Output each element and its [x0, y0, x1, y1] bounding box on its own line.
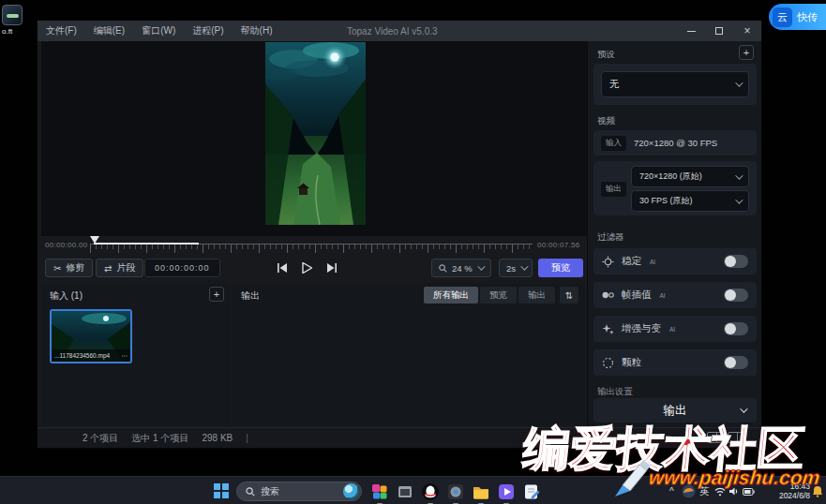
- taskbar-search[interactable]: 搜索: [236, 482, 362, 501]
- preset-header: 预设: [597, 49, 615, 61]
- add-input-button[interactable]: +: [209, 287, 224, 302]
- menu-edit[interactable]: 编辑(E): [85, 21, 133, 41]
- menu-window[interactable]: 窗口(W): [133, 21, 184, 41]
- filter-enhance-row[interactable]: 增强与变AI: [593, 316, 757, 342]
- input-thumbnail[interactable]: ...11784234560.mp4 ⋯: [50, 309, 132, 363]
- grain-icon: [602, 357, 614, 369]
- filter-frame-interpolation-row[interactable]: 帧插值AI: [593, 282, 757, 308]
- desktop-shortcut[interactable]: o.ft: [2, 5, 34, 36]
- clock-date: 2024/6/8: [758, 491, 810, 500]
- app-icon-colorful[interactable]: [369, 482, 390, 502]
- clip-icon: ⇄: [104, 263, 112, 274]
- quick-transfer-label: 快传: [797, 10, 818, 24]
- timeline-progress: [94, 243, 199, 245]
- desktop-shortcut-icon: [2, 5, 23, 25]
- timeline-start-time: 00:00:00.00: [45, 241, 88, 249]
- quick-transfer-widget[interactable]: 云 快传: [769, 4, 826, 30]
- cloud-logo-icon: 云: [773, 7, 792, 27]
- export-section-header: 输出设置: [597, 386, 633, 398]
- clip-button[interactable]: ⇄ 片段: [96, 259, 143, 277]
- zoom-level-dropdown[interactable]: 24 %: [431, 259, 491, 277]
- chevron-down-icon: [477, 262, 485, 270]
- preset-dropdown[interactable]: 无: [601, 71, 749, 97]
- search-icon: [246, 487, 255, 497]
- output-badge: 输出: [601, 182, 626, 197]
- frame-interpolation-toggle[interactable]: [724, 289, 748, 302]
- magnifier-icon: [439, 264, 447, 273]
- inputs-panel: 输入 (1) + ...11784234560.mp4 ⋯: [41, 283, 231, 425]
- menu-file[interactable]: 文件(F): [38, 21, 85, 41]
- editor-app-icon[interactable]: [521, 482, 542, 502]
- inputs-header: 输入 (1): [50, 289, 83, 303]
- video-frame-image: [265, 42, 366, 225]
- tab-previews[interactable]: 预览: [480, 287, 517, 304]
- stabilize-toggle[interactable]: [724, 255, 748, 268]
- chevron-down-icon: [740, 405, 747, 412]
- preview-duration-dropdown[interactable]: 2s: [499, 259, 533, 277]
- qq-icon[interactable]: [420, 482, 441, 502]
- maximize-icon[interactable]: [705, 21, 733, 41]
- preview-button[interactable]: 预览: [538, 259, 583, 277]
- video-input-info-row: 输入 720×1280 @ 30 FPS: [593, 130, 757, 156]
- filter-grain-row[interactable]: 颗粒: [593, 349, 757, 376]
- search-daily-image: [343, 483, 359, 499]
- add-preset-button[interactable]: +: [739, 45, 754, 60]
- filter-stabilize-row[interactable]: 稳定AI: [593, 248, 757, 274]
- outputs-filter-tabs: 所有输出 预览 输出: [424, 287, 555, 304]
- framerate-dropdown[interactable]: 30 FPS (原始): [631, 190, 749, 212]
- status-divider: |: [246, 433, 248, 443]
- more-icon[interactable]: ⋯: [122, 352, 128, 360]
- filters-header: 过滤器: [597, 231, 624, 244]
- video-output-card: 输出 720×1280 (原始) 30 FPS (原始): [593, 161, 757, 215]
- menu-help[interactable]: 帮助(H): [233, 21, 281, 41]
- titlebar: 文件(F) 编辑(E) 窗口(W) 进程(P) 帮助(H) Topaz Vide…: [38, 21, 761, 41]
- frame-interpolation-icon: [602, 289, 614, 302]
- input-badge: 输入: [601, 136, 626, 151]
- chevron-down-icon: [735, 171, 743, 179]
- input-info: 720×1280 @ 30 FPS: [634, 138, 717, 148]
- chevron-down-icon: [735, 196, 743, 203]
- video-preview-area: [41, 41, 587, 236]
- start-button[interactable]: [214, 483, 229, 498]
- chevron-down-icon: [520, 262, 528, 270]
- scissors-icon: ✂: [53, 263, 61, 274]
- selected-count: 选中 1 个项目: [131, 432, 188, 445]
- tab-exports[interactable]: 输出: [518, 287, 555, 304]
- grain-toggle[interactable]: [724, 356, 748, 369]
- video-section-header: 视频: [597, 115, 615, 127]
- project-count: 2 个项目: [83, 432, 118, 445]
- tab-all-outputs[interactable]: 所有输出: [424, 287, 478, 304]
- timecode-field[interactable]: 00:00:00:00: [144, 259, 220, 277]
- watermark-url: www.paijishu.com: [648, 467, 821, 489]
- app-icon-window[interactable]: [395, 482, 415, 502]
- video-preview: [265, 42, 366, 225]
- timeline-ruler[interactable]: [90, 236, 533, 253]
- sparkle-icon: [602, 323, 614, 335]
- media-player-icon[interactable]: [496, 482, 517, 502]
- input-file-name: ...11784234560.mp4: [54, 352, 110, 359]
- resolution-dropdown[interactable]: 720×1280 (原始): [631, 166, 749, 187]
- preset-card: 无: [593, 64, 757, 105]
- stabilize-icon: [602, 256, 614, 268]
- settings-panel: 预设 + 无 视频 输入 720×1280 @ 30 FPS 输出 720×12…: [587, 41, 761, 427]
- next-frame-button[interactable]: [321, 259, 341, 277]
- gear-app-icon[interactable]: [445, 482, 466, 502]
- desktop-shortcut-label: o.ft: [2, 27, 34, 36]
- outputs-panel: 输出 所有输出 预览 输出 ⇅: [233, 283, 585, 425]
- search-placeholder: 搜索: [261, 485, 279, 498]
- enhance-toggle[interactable]: [724, 322, 748, 335]
- desktop: o.ft 云 快传 文件(F) 编辑(E) 窗口(W) 进程(P) 帮助(H) …: [0, 0, 826, 504]
- timeline-playhead[interactable]: [90, 236, 99, 244]
- file-explorer-icon[interactable]: [471, 482, 491, 502]
- project-size: 298 KB: [202, 433, 233, 443]
- sort-button[interactable]: ⇅: [560, 287, 578, 304]
- stylus-cursor: [611, 457, 654, 504]
- timeline-end-time: 00:00:07.56: [537, 241, 580, 249]
- app-window: 文件(F) 编辑(E) 窗口(W) 进程(P) 帮助(H) Topaz Vide…: [38, 21, 761, 448]
- menu-process[interactable]: 进程(P): [184, 21, 232, 41]
- minimize-icon[interactable]: [677, 21, 705, 41]
- close-icon[interactable]: ×: [733, 21, 761, 41]
- trim-button[interactable]: ✂ 修剪: [45, 259, 93, 277]
- previous-frame-button[interactable]: [272, 259, 293, 277]
- play-button[interactable]: [296, 259, 317, 277]
